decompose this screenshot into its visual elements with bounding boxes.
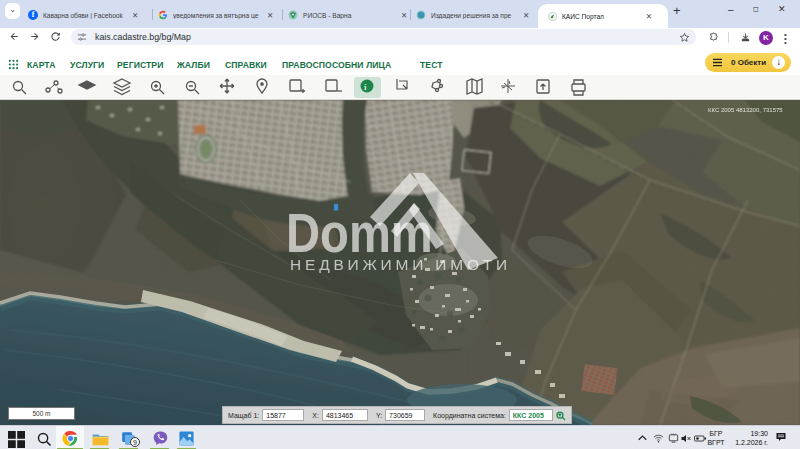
svg-text:ККС 2005 4813200, 731575: ККС 2005 4813200, 731575 — [708, 107, 783, 113]
